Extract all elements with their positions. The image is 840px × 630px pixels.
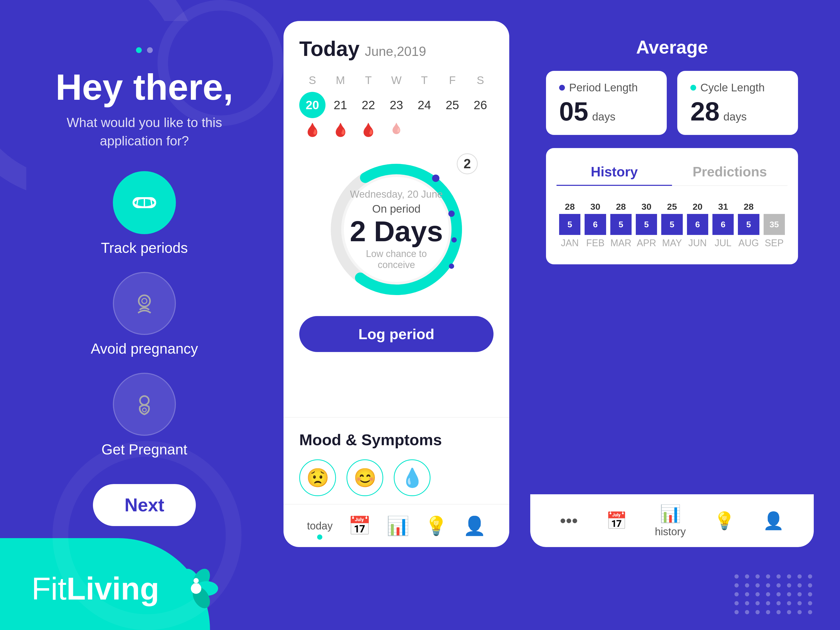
insights-icon-right: 💡 [714,511,735,531]
option-pregnant-icon-circle [113,373,176,436]
tab-history[interactable]: History [556,159,672,186]
cal-icon-22: 🩸 [355,122,381,137]
pagination-dots [136,47,153,53]
bar-chart: 28 5 JAN 30 6 [556,196,788,259]
brand-logo-icon [170,562,222,615]
mood-icons-row: 😟 😊 💧 [299,459,494,496]
right-nav-dots[interactable]: ••• [560,511,578,531]
brand-name-light: Fit [32,571,66,606]
cal-day-f: F [439,74,466,87]
bottom-branding: FitLiving [0,547,840,630]
svg-point-21 [191,583,201,594]
bar-feb: 30 6 FEB [584,202,606,249]
cal-date-23[interactable]: 23 [383,92,409,118]
period-length-unit: days [592,111,616,123]
nav-insights[interactable]: 💡 [425,515,448,537]
insights-icon: 💡 [425,515,448,537]
today-header: Today June,2019 [299,37,494,61]
circle-date-label: Wednesday, 20 June [348,189,445,200]
cal-date-24[interactable]: 24 [411,92,437,118]
next-button[interactable]: Next [93,484,196,526]
right-nav-history[interactable]: 📊 history [655,504,686,538]
profile-icon-right: 👤 [763,511,784,531]
chart-tabs: History Predictions [556,159,788,186]
cycle-length-value: 28 [690,96,720,126]
cal-date-21[interactable]: 21 [327,92,354,118]
option-track-periods[interactable]: Track periods [101,171,188,256]
period-length-card: Period Length 05 days [546,71,667,135]
cycle-length-unit: days [723,111,747,123]
right-nav-insights[interactable]: 💡 [714,511,735,531]
svg-point-13 [432,175,439,182]
cal-day-w: W [383,74,409,87]
bar-mar: 28 5 MAR [610,202,632,249]
log-period-button[interactable]: Log period [299,316,494,352]
option-track-label: Track periods [101,239,188,256]
middle-panel: Today June,2019 S M T W T F S 20 21 22 [284,21,509,547]
tab-predictions[interactable]: Predictions [672,159,788,186]
dot-active [136,47,142,53]
right-bottom-nav: ••• 📅 📊 history 💡 👤 [530,494,814,547]
svg-point-6 [142,298,147,303]
cal-date-20[interactable]: 20 [299,92,325,118]
calendar-icon-right: 📅 [606,511,627,531]
nav-today-label: today [307,520,333,532]
cal-day-s2: S [467,74,494,87]
svg-point-16 [449,264,454,269]
mood-icon-water[interactable]: 💧 [394,459,431,496]
bottom-nav: today 📅 📊 💡 👤 [284,504,509,547]
calendar-strip: S M T W T F S 20 21 22 23 24 25 26 [299,74,494,137]
bar-apr: 30 5 APR [636,202,657,249]
bar-jun: 20 6 JUN [687,202,708,249]
bar-jul: 31 6 JUL [712,202,734,249]
cal-day-t2: T [411,74,437,87]
period-dot [559,85,565,90]
left-panel: Hey there, What would you like to this a… [26,21,262,547]
cal-icon-24 [411,122,437,137]
nav-profile[interactable]: 👤 [463,515,486,537]
cal-date-25[interactable]: 25 [439,92,466,118]
circle-status: On period [348,203,445,215]
circle-sub-label: Low chance to conceive [348,248,445,270]
cal-day-s1: S [299,74,325,87]
right-panel: Average Period Length 05 days [530,21,814,547]
cal-date-26[interactable]: 26 [467,92,494,118]
profile-icon: 👤 [463,515,486,537]
current-date: June,2019 [365,44,426,59]
history-icon: 📊 [660,504,681,524]
nav-chart[interactable]: 📊 [387,515,409,537]
mood-icon-worried[interactable]: 😟 [299,459,336,496]
dots-icon: ••• [560,511,578,531]
option-avoid-icon-circle [113,272,176,335]
right-nav-calendar[interactable]: 📅 [606,511,627,531]
bar-jan: 28 5 JAN [559,202,580,249]
svg-point-5 [139,295,150,306]
dot-matrix [734,574,814,614]
cycle-dot [690,85,696,90]
nav-calendar[interactable]: 📅 [348,515,371,537]
cal-icon-23: 🩸 [383,122,409,137]
nav-today[interactable]: today [307,520,333,532]
bar-may: 25 5 MAY [661,202,682,249]
period-length-value: 05 [559,96,588,126]
option-track-icon-circle [113,171,176,234]
page-title: Hey there, [56,69,234,106]
circle-inner: Wednesday, 20 June On period 2 Days Low … [348,189,445,270]
cal-day-t1: T [355,74,381,87]
svg-point-14 [448,210,455,217]
brand-name: FitLiving [32,562,222,615]
svg-point-8 [142,408,146,412]
svg-point-7 [140,396,149,405]
mood-icon-happy[interactable]: 😊 [346,459,383,496]
page-subtitle: What would you like to this application … [42,114,247,150]
option-get-pregnant[interactable]: Get Pregnant [101,373,187,458]
bar-sep: 35 SEP [764,212,785,249]
average-title: Average [546,37,798,58]
option-avoid-label: Avoid pregnancy [91,340,198,357]
cal-date-22[interactable]: 22 [355,92,381,118]
cal-day-m: M [327,74,354,87]
option-avoid-pregnancy[interactable]: Avoid pregnancy [91,272,198,357]
svg-point-22 [193,578,199,583]
right-nav-profile[interactable]: 👤 [763,511,784,531]
mood-title: Mood & Symptoms [299,431,494,449]
